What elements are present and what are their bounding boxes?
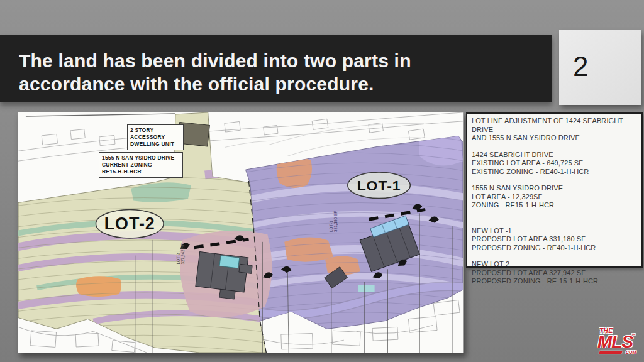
- info-section-ysidro: 1555 N SAN YSIDRO DRIVE LOT AREA - 12,32…: [472, 184, 637, 210]
- info-section-seabright: 1424 SEABRIGHT DRIVE EXISTING LOT AREA -…: [472, 151, 637, 177]
- annotation-zoning: 1555 N SAN YSIDRO DRIVE CURRENT ZONING R…: [99, 152, 183, 178]
- slide-title-line1: The land has been divided into two parts…: [19, 49, 552, 72]
- lot1-callout: LOT-1: [348, 172, 411, 199]
- survey-map-drawing: LOT-2 LOT-1 LOT-2 327,942 SF LOT-1 331,1…: [18, 112, 463, 353]
- info-section-newlot2: NEW LOT-2 PROPOSED LOT AREA 327,942 SF P…: [472, 260, 637, 286]
- slide-title-line2: accordance with the official procedure.: [19, 72, 552, 96]
- info-section-newlot1: NEW LOT -1 PROPOSED LOT AREA 331,180 SF …: [472, 227, 637, 253]
- mls-logo-underline: [599, 351, 623, 354]
- mls-logo-com: .COM: [625, 350, 636, 354]
- page-number: 2: [573, 51, 588, 82]
- slide-title: The land has been divided into two parts…: [0, 35, 552, 96]
- mls-logo-icon: THE MLS ™ .COM: [597, 326, 639, 358]
- mls-logo-tm: ™: [631, 333, 636, 337]
- pool: [219, 256, 240, 268]
- annotation-adu: 2 STORY ACCESSORY DWELLING UNIT: [127, 124, 184, 150]
- lot2-label: LOT-2: [104, 214, 155, 233]
- lot2-callout: LOT-2: [96, 209, 164, 238]
- title-banner: The land has been divided into two parts…: [0, 35, 552, 102]
- survey-map: LOT-2 LOT-1 LOT-2 327,942 SF LOT-1 331,1…: [18, 112, 464, 353]
- info-title: LOT LINE ADJUSTMENT OF 1424 SEABRIGHT DR…: [472, 117, 637, 143]
- page-number-box: 2: [559, 30, 641, 105]
- lot1-label: LOT-1: [357, 177, 401, 194]
- listing-slide: The land has been divided into two parts…: [0, 0, 644, 362]
- mls-logo-mls: MLS: [597, 332, 633, 352]
- lot-info-box: LOT LINE ADJUSTMENT OF 1424 SEABRIGHT DR…: [466, 112, 643, 268]
